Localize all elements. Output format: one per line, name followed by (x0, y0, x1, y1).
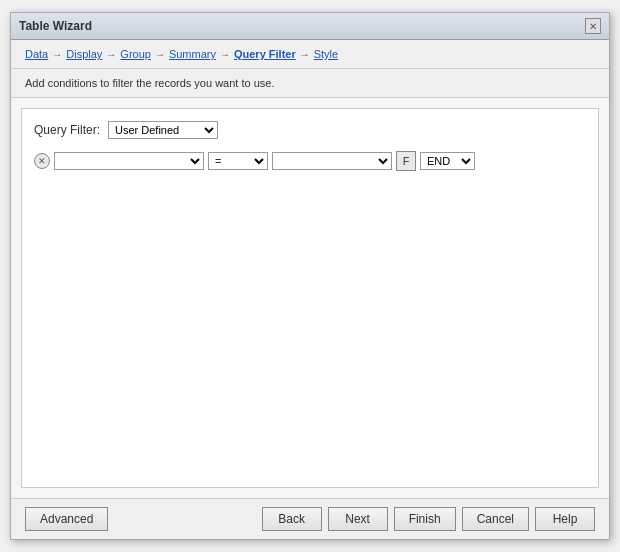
cancel-button[interactable]: Cancel (462, 507, 529, 531)
title-bar: Table Wizard ✕ (11, 13, 609, 40)
breadcrumb-style[interactable]: Style (314, 48, 338, 60)
query-filter-row: Query Filter: User Defined None Custom (34, 121, 586, 139)
description-text: Add conditions to filter the records you… (25, 77, 274, 89)
breadcrumb-data[interactable]: Data (25, 48, 48, 60)
arrow-5: → (300, 49, 310, 60)
footer-right: Back Next Finish Cancel Help (262, 507, 595, 531)
breadcrumb-query-filter[interactable]: Query Filter (234, 48, 296, 60)
dialog-title: Table Wizard (19, 19, 92, 33)
f-button[interactable]: F (396, 151, 416, 171)
finish-button[interactable]: Finish (394, 507, 456, 531)
query-filter-label: Query Filter: (34, 123, 100, 137)
help-button[interactable]: Help (535, 507, 595, 531)
close-button[interactable]: ✕ (585, 18, 601, 34)
operator-select[interactable]: = != < > <= >= LIKE (208, 152, 268, 170)
condition-row: = != < > <= >= LIKE F END AND OR (34, 151, 586, 171)
arrow-2: → (106, 49, 116, 60)
breadcrumb-summary[interactable]: Summary (169, 48, 216, 60)
back-button[interactable]: Back (262, 507, 322, 531)
description-bar: Add conditions to filter the records you… (11, 69, 609, 98)
breadcrumb-display[interactable]: Display (66, 48, 102, 60)
breadcrumb: Data → Display → Group → Summary → Query… (25, 48, 595, 60)
main-content: Query Filter: User Defined None Custom =… (21, 108, 599, 488)
field-select[interactable] (54, 152, 204, 170)
footer: Advanced Back Next Finish Cancel Help (11, 498, 609, 539)
footer-left: Advanced (25, 507, 108, 531)
value-select[interactable] (272, 152, 392, 170)
breadcrumb-group[interactable]: Group (120, 48, 151, 60)
query-filter-select[interactable]: User Defined None Custom (108, 121, 218, 139)
arrow-3: → (155, 49, 165, 60)
remove-condition-button[interactable] (34, 153, 50, 169)
breadcrumb-bar: Data → Display → Group → Summary → Query… (11, 40, 609, 69)
next-button[interactable]: Next (328, 507, 388, 531)
advanced-button[interactable]: Advanced (25, 507, 108, 531)
end-select[interactable]: END AND OR (420, 152, 475, 170)
table-wizard-dialog: Table Wizard ✕ Data → Display → Group → … (10, 12, 610, 540)
arrow-4: → (220, 49, 230, 60)
arrow-1: → (52, 49, 62, 60)
